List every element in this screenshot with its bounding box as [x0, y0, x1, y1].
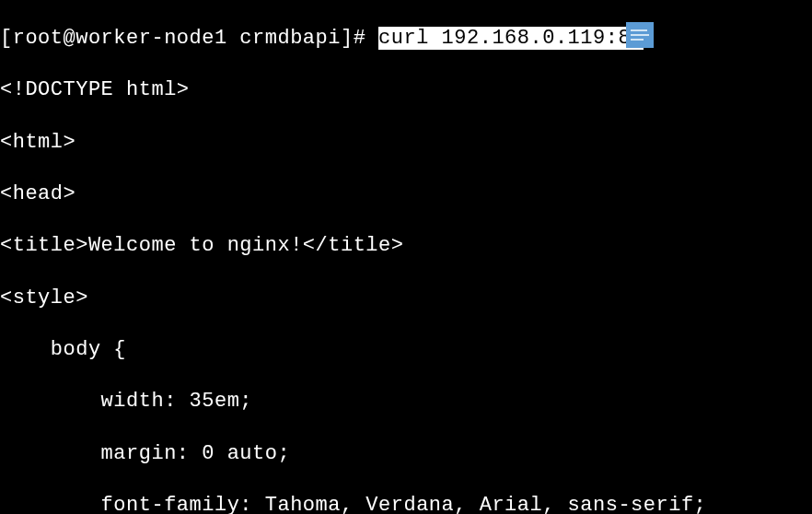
output-line: <head> — [0, 181, 812, 207]
output-line: <style> — [0, 286, 812, 311]
shell-prompt: [root@worker-node1 crmdbapi]# — [0, 27, 378, 50]
output-line: font-family: Tahoma, Verdana, Arial, san… — [0, 493, 812, 514]
output-line: <title>Welcome to nginx!</title> — [0, 233, 812, 259]
output-line: <!DOCTYPE html> — [0, 77, 812, 103]
terminal-output[interactable]: [root@worker-node1 crmdbapi]# curl 192.1… — [0, 0, 812, 514]
text-editor-icon[interactable] — [626, 22, 654, 48]
output-line: body { — [0, 337, 812, 363]
output-line: margin: 0 auto; — [0, 441, 812, 467]
output-line: width: 35em; — [0, 389, 812, 415]
output-line: <html> — [0, 130, 812, 156]
shell-command: curl 192.168.0.119:81 — [378, 27, 644, 50]
